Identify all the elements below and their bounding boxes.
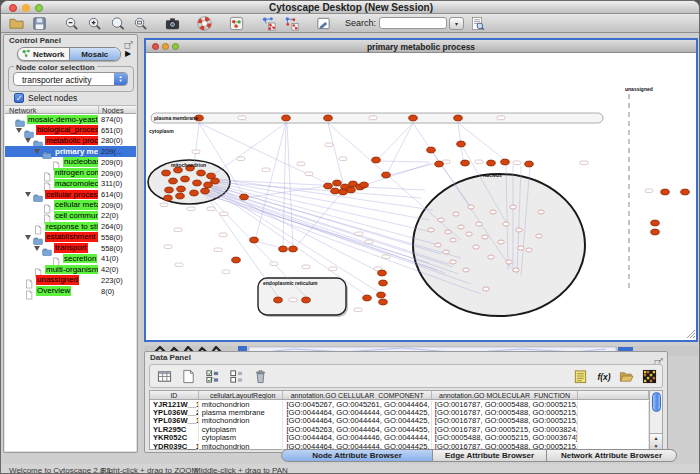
- tab-network-attribute-browser[interactable]: Network Attribute Browser: [547, 449, 677, 462]
- column-header[interactable]: ID: [150, 391, 199, 399]
- tree-item[interactable]: cellular metabo209(0): [5, 200, 136, 211]
- tree-item[interactable]: unassigned223(0): [5, 275, 136, 286]
- tree-item-count: 264(0): [101, 222, 123, 231]
- tree-item-label: secretion: [63, 254, 97, 264]
- disclosure-triangle-icon[interactable]: [34, 149, 40, 154]
- select-attr-icon[interactable]: [202, 367, 222, 386]
- tree-item[interactable]: cellular process614(0): [5, 189, 136, 200]
- scrollbar-thumb[interactable]: [652, 392, 661, 412]
- table-cell: [GO:0044464, GO:0044444, GO:0044425, G..…: [283, 409, 431, 417]
- status-bar: Welcome to Cytoscape 2.8.1 Right-click +…: [1, 464, 700, 474]
- table-scrollbar[interactable]: ▲▼: [649, 391, 662, 449]
- search-config-icon[interactable]: [468, 14, 487, 32]
- tree-item-count: 209(0): [101, 158, 123, 167]
- tree-item[interactable]: nucleobase-209(0): [5, 157, 136, 168]
- new-doc-icon[interactable]: [178, 367, 198, 386]
- table-cell: [578, 401, 649, 409]
- zoom-fit-icon[interactable]: [108, 14, 127, 32]
- tab-overflow-arrow-icon[interactable]: ▶: [125, 49, 131, 58]
- tree-item-label: cell communicat: [54, 211, 98, 221]
- tree-item-count: 558(0): [101, 244, 123, 253]
- notepad-icon[interactable]: [570, 367, 590, 386]
- tab-edge-attribute-browser[interactable]: Edge Attribute Browser: [433, 449, 547, 462]
- open-icon[interactable]: [7, 14, 26, 32]
- table-row[interactable]: YLR295Ccytoplasm[GO:0045263, GO:0044464,…: [150, 426, 649, 434]
- tree-item[interactable]: Overview8(0): [5, 286, 136, 297]
- tree-item-count: 209(0): [101, 169, 123, 178]
- app-window: Cytoscape Desktop (New Session) Search: …: [0, 0, 700, 474]
- svg-text:f(x): f(x): [597, 372, 610, 382]
- zoom-region-icon[interactable]: [131, 14, 150, 32]
- trash-icon[interactable]: [250, 367, 270, 386]
- float-panel-icon[interactable]: [654, 353, 664, 363]
- tab-network[interactable]: Network: [18, 48, 70, 60]
- disclosure-triangle-icon[interactable]: [25, 138, 31, 143]
- tree-item[interactable]: mosaic-demo-yeast874(0): [5, 114, 136, 125]
- table-row[interactable]: YPL036W__1mitochondrion[GO:0044464, GO:0…: [150, 417, 649, 425]
- tree-item[interactable]: nitrogen compo209(0): [5, 168, 136, 179]
- table-cell: [GO:0016787, GO:0005488, GO:0005215, G..…: [432, 409, 578, 417]
- unselect-attr-icon[interactable]: [226, 367, 246, 386]
- tab-mosaic[interactable]: Mosaic: [70, 48, 121, 60]
- column-header[interactable]: [578, 391, 649, 399]
- table-cell: [GO:0044464, GO:0044444, GO:0044425, G..…: [283, 417, 431, 425]
- annotation-icon[interactable]: [314, 14, 333, 32]
- tree-item-label: primary metabo: [54, 147, 98, 157]
- tab-mosaic-label: Mosaic: [81, 50, 108, 59]
- network-frame-titlebar[interactable]: primary metabolic process: [146, 40, 696, 53]
- tree-item[interactable]: transport558(0): [5, 243, 136, 254]
- float-panel-icon[interactable]: [124, 36, 134, 46]
- disclosure-triangle-icon[interactable]: [16, 128, 22, 133]
- search-input[interactable]: [379, 17, 447, 29]
- disclosure-triangle-icon[interactable]: [25, 192, 31, 197]
- tree-item-count: 311(0): [101, 179, 122, 188]
- table-cell: YJR121W__1: [150, 401, 199, 409]
- tree-item[interactable]: metabolic process280(0): [5, 135, 136, 146]
- file-icon: [24, 286, 34, 304]
- control-panel-tabs: Network Mosaic: [17, 47, 121, 61]
- save-icon[interactable]: [30, 14, 49, 32]
- tree-item[interactable]: cell communicat22(0): [5, 210, 136, 221]
- open-folder-icon[interactable]: [616, 367, 636, 386]
- group-label: Node color selection: [14, 63, 97, 72]
- tree-item[interactable]: response to stimul264(0): [5, 221, 136, 232]
- network-nested-icon[interactable]: [259, 14, 278, 32]
- disclosure-triangle-icon[interactable]: [25, 235, 31, 240]
- zoom-out-icon[interactable]: [62, 14, 81, 32]
- vizmapper-icon[interactable]: [227, 14, 246, 32]
- tree-item[interactable]: establishment of lo558(0): [5, 232, 136, 243]
- help-ring-icon[interactable]: [195, 14, 214, 32]
- table-row[interactable]: YJR121W__1mitochondrion[GO:0045267, GO:0…: [150, 401, 649, 409]
- table-row[interactable]: YKR052Ccytoplasm[GO:0044464, GO:0044446,…: [150, 434, 649, 442]
- node-color-dropdown[interactable]: transporter activity ▲▼: [13, 72, 128, 86]
- network-canvas[interactable]: plasma membranecytoplasmmitochondrionnuc…: [146, 53, 696, 340]
- table-row[interactable]: YPL036W__2plasma membrane[GO:0044464, GO…: [150, 409, 649, 417]
- tree-item[interactable]: multi-organism pro42(0): [5, 264, 136, 275]
- tree-item[interactable]: biological_process651(0): [5, 125, 136, 136]
- tree-item[interactable]: macromolecule311(0): [5, 178, 136, 189]
- column-header[interactable]: annotation.GO CELLULAR_COMPONENT: [283, 391, 431, 399]
- network-tree: mosaic-demo-yeast874(0)biological_proces…: [5, 114, 136, 451]
- table-cell: [578, 426, 649, 434]
- dropdown-value: transporter activity: [22, 75, 91, 85]
- network-new-icon[interactable]: [282, 14, 301, 32]
- disclosure-triangle-icon[interactable]: [34, 246, 40, 251]
- function-icon[interactable]: f(x): [593, 367, 613, 386]
- select-nodes-checkbox[interactable]: ✓: [14, 93, 24, 103]
- table-icon[interactable]: [154, 367, 174, 386]
- tree-item[interactable]: secretion41(0): [5, 253, 136, 264]
- status-zoom-hint: Right-click + drag to ZOOM: [101, 466, 198, 474]
- camera-icon[interactable]: [163, 14, 182, 32]
- search-dropdown-arrow[interactable]: ▾: [449, 17, 464, 30]
- tree-item[interactable]: primary metabo209(...: [5, 146, 136, 157]
- zoom-in-icon[interactable]: [85, 14, 104, 32]
- column-header[interactable]: annotation.GO MOLECULAR_FUNCTION: [432, 391, 578, 399]
- mdi-desktop: Control Panel Network Mosaic ▶ Node colo…: [1, 33, 700, 464]
- select-nodes-label: Select nodes: [28, 93, 77, 103]
- scrollbar-arrows[interactable]: ▲▼: [650, 433, 662, 449]
- tree-item-label: mosaic-demo-yeast: [27, 115, 98, 125]
- heatmap-icon[interactable]: [639, 367, 659, 386]
- attribute-browser-tabs: Node Attribute BrowserEdge Attribute Bro…: [281, 449, 677, 462]
- column-header[interactable]: _cellularLayoutRegion: [199, 391, 284, 399]
- tab-node-attribute-browser[interactable]: Node Attribute Browser: [281, 449, 433, 462]
